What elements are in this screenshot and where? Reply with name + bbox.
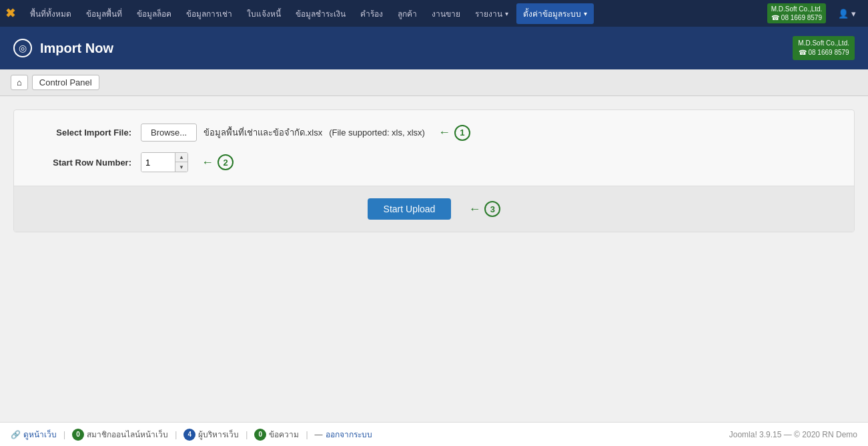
- footer-sep-1: |: [63, 430, 65, 439]
- nav-customer[interactable]: ลูกค้า: [391, 3, 424, 24]
- annotation-2-arrow: ← 2: [201, 154, 234, 170]
- user-menu[interactable]: 👤 ▾: [831, 5, 863, 23]
- start-row-row: Start Row Number: ▲ ▼ ← 2: [34, 152, 834, 172]
- start-row-controls: ▲ ▼ ← 2: [141, 152, 234, 172]
- action-section: Start Upload ← 3: [14, 186, 854, 232]
- import-form-card: Select Import File: Browse... ข้อมูลพื้น…: [13, 109, 855, 232]
- page-title: Import Now: [40, 41, 113, 56]
- select-file-label: Select Import File:: [34, 128, 141, 138]
- nav-rental-data[interactable]: ข้อมูลการเช่า: [179, 3, 239, 24]
- view-site-link[interactable]: ดูหน้าเว็บ: [23, 428, 57, 441]
- breadcrumb-home[interactable]: ⌂: [11, 75, 28, 90]
- navbar-right: M.D.Soft Co.,Ltd. ☎ 08 1669 8579 👤 ▾: [767, 3, 863, 23]
- nav-report[interactable]: รายงาน: [468, 3, 515, 24]
- company-badge: M.D.Soft Co.,Ltd. ☎ 08 1669 8579: [767, 3, 827, 23]
- row-number-input[interactable]: [141, 153, 175, 172]
- version-info: Joomla! 3.9.15 — © 2020 RN Demo: [729, 430, 857, 439]
- main-navbar: ✖ พื้นที่ทั้งหมด ข้อมูลพื้นที่ ข้อมูลล็อ…: [0, 0, 868, 27]
- annotation-circle-3: 3: [484, 201, 500, 217]
- admin-badge: 4: [183, 429, 195, 441]
- header-brand-badge: M.D.Soft Co.,Ltd. ☎ 08 1669 8579: [793, 36, 855, 60]
- breadcrumb-control-panel[interactable]: Control Panel: [32, 75, 99, 90]
- brand-logo: ✖: [5, 6, 15, 21]
- annotation-circle-2: 2: [218, 154, 234, 170]
- online-label: สมาชิกออนไลน์หน้าเว็บ: [87, 428, 168, 441]
- annotation-3-arrow: ← 3: [468, 201, 500, 217]
- msg-label: ข้อความ: [269, 428, 299, 441]
- number-spinners: ▲ ▼: [175, 153, 187, 172]
- file-supported: (File supported: xls, xlsx): [329, 128, 425, 138]
- arrow-left-icon-2: ←: [201, 156, 213, 170]
- view-site-icon: 🔗: [11, 430, 21, 439]
- annotation-circle-1: 1: [454, 125, 470, 141]
- arrow-left-icon-1: ←: [438, 126, 450, 140]
- nav-sales[interactable]: งานขาย: [425, 3, 467, 24]
- form-fields-section: Select Import File: Browse... ข้อมูลพื้น…: [14, 110, 854, 186]
- arrow-left-icon-3: ←: [468, 202, 480, 216]
- logout-link[interactable]: ออกจากระบบ: [326, 428, 372, 441]
- select-file-controls: Browse... ข้อมูลพื้นที่เช่าและข้อจำกัด.x…: [141, 124, 470, 142]
- msg-badge: 0: [254, 429, 266, 441]
- nav-all-areas[interactable]: พื้นที่ทั้งหมด: [23, 3, 78, 24]
- nav-invoice[interactable]: ใบแจ้งหนี้: [240, 3, 288, 24]
- nav-system-settings[interactable]: ตั้งค่าข้อมูลระบบ: [516, 3, 594, 24]
- nav-complaint[interactable]: คำร้อง: [354, 3, 390, 24]
- footer-sep-2: |: [175, 430, 177, 439]
- footer-sep-4: |: [306, 430, 308, 439]
- select-file-row: Select Import File: Browse... ข้อมูลพื้น…: [34, 124, 834, 142]
- admin-label: ผู้บริหารเว็บ: [198, 428, 239, 441]
- nav-items: พื้นที่ทั้งหมด ข้อมูลพื้นที่ ข้อมูลล็อค …: [23, 3, 767, 24]
- footer-sep-3: |: [246, 430, 248, 439]
- nav-payment[interactable]: ข้อมูลชำระเงิน: [289, 3, 352, 24]
- breadcrumb-bar: ⌂ Control Panel: [0, 69, 868, 96]
- spinner-up[interactable]: ▲: [175, 153, 187, 162]
- nav-area-data[interactable]: ข้อมูลพื้นที่: [79, 3, 129, 24]
- nav-lock-data[interactable]: ข้อมูลล็อค: [130, 3, 178, 24]
- file-name: ข้อมูลพื้นที่เช่าและข้อจำกัด.xlsx: [203, 126, 322, 140]
- start-upload-button[interactable]: Start Upload: [368, 198, 452, 220]
- spinner-down[interactable]: ▼: [175, 162, 187, 172]
- page-header: ◎ Import Now M.D.Soft Co.,Ltd. ☎ 08 1669…: [0, 27, 868, 69]
- logout-icon: —: [315, 430, 323, 439]
- online-badge: 0: [72, 429, 84, 441]
- main-content: Select Import File: Browse... ข้อมูลพื้น…: [0, 96, 868, 422]
- annotation-1-arrow: ← 1: [438, 125, 470, 141]
- browse-button[interactable]: Browse...: [141, 124, 197, 142]
- row-number-input-wrapper: ▲ ▼: [141, 152, 188, 172]
- start-row-label: Start Row Number:: [34, 158, 141, 168]
- page-header-icon: ◎: [13, 39, 32, 57]
- footer: 🔗 ดูหน้าเว็บ | 0 สมาชิกออนไลน์หน้าเว็บ |…: [0, 422, 868, 446]
